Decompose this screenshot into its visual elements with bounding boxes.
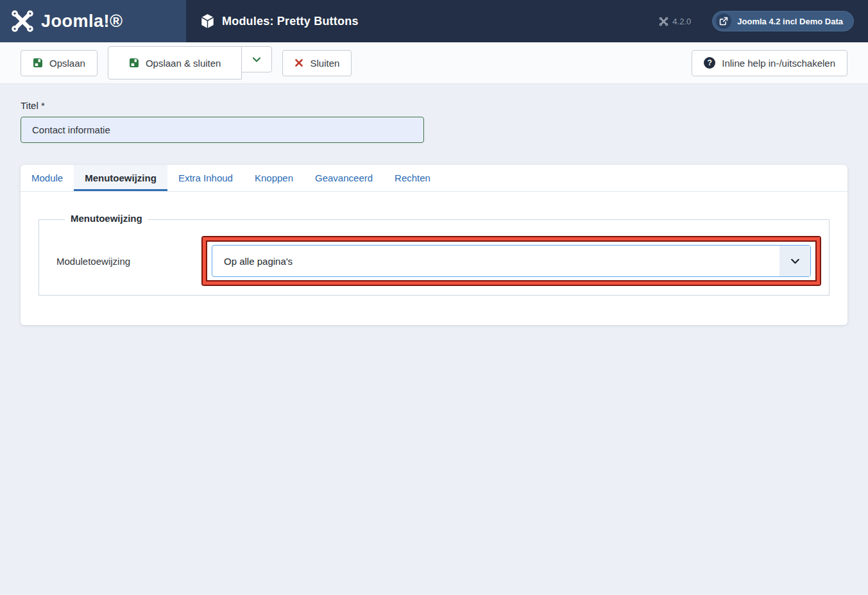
save-close-button[interactable]: Opslaan & sluiten: [108, 46, 243, 80]
tab-module[interactable]: Module: [21, 165, 74, 191]
menu-assignment-fieldset: Menutoewijzing Moduletoewijzing Op alle …: [38, 219, 830, 296]
joomla-wordmark: Joomla!®: [41, 12, 123, 31]
joomla-brand: Joomla!®: [0, 0, 186, 42]
version-indicator: 4.2.0: [659, 17, 691, 26]
save-close-button-label: Opslaan & sluiten: [146, 58, 221, 69]
tab-bar: Module Menutoewijzing Extra Inhoud Knopp…: [21, 165, 847, 192]
tab-menutoewijzing[interactable]: Menutoewijzing: [74, 165, 167, 191]
inline-help-label: Inline help in-/uitschakelen: [722, 58, 835, 69]
tab-rechten[interactable]: Rechten: [384, 165, 441, 191]
save-button-label: Opslaan: [49, 58, 85, 69]
tab-geavanceerd[interactable]: Geavanceerd: [304, 165, 384, 191]
save-options-dropdown-toggle[interactable]: [241, 46, 272, 72]
title-field-label: Titel *: [21, 100, 847, 111]
save-icon: [33, 58, 43, 68]
toolbar: Opslaan Opslaan & sluiten: [0, 42, 868, 84]
annotation-highlight-box: Op alle pagina's: [203, 237, 820, 285]
save-icon: [129, 58, 139, 68]
tab-knoppen[interactable]: Knoppen: [244, 165, 304, 191]
select-current-value: Op alle pagina's: [212, 246, 779, 276]
title-input[interactable]: [21, 117, 424, 143]
page-title: Modules: Pretty Buttons: [222, 15, 359, 28]
main-content: Titel * Module Menutoewijzing Extra Inho…: [0, 84, 868, 341]
inline-help-toggle-button[interactable]: ? Inline help in-/uitschakelen: [692, 50, 847, 76]
help-icon: ?: [704, 57, 715, 69]
title-bar: Modules: Pretty Buttons 4.: [186, 0, 868, 42]
select-chevron-down-icon[interactable]: [779, 246, 810, 276]
header: Joomla!® Modules: Pretty Buttons: [0, 0, 868, 42]
menu-assignment-panel: Menutoewijzing Moduletoewijzing Op alle …: [21, 192, 847, 325]
external-link-icon: [716, 13, 731, 29]
module-cube-icon: [200, 13, 215, 29]
save-close-button-group: Opslaan & sluiten: [108, 46, 273, 80]
save-button[interactable]: Opslaan: [21, 50, 98, 76]
close-button-label: Sluiten: [310, 58, 339, 69]
preview-site-button[interactable]: Joomla 4.2 incl Demo Data: [712, 11, 854, 31]
close-button[interactable]: Sluiten: [282, 50, 352, 76]
preview-site-label: Joomla 4.2 incl Demo Data: [737, 17, 843, 26]
module-assignment-row: Moduletoewijzing Op alle pagina's: [56, 237, 820, 285]
module-assignment-label: Moduletoewijzing: [56, 256, 203, 267]
close-x-icon: [294, 58, 303, 67]
chevron-down-icon: [251, 54, 262, 65]
fieldset-legend: Menutoewijzing: [65, 213, 148, 224]
module-assignment-select[interactable]: Op alle pagina's: [212, 245, 811, 277]
version-number: 4.2.0: [672, 17, 691, 26]
joomla-logo-icon: [10, 9, 35, 33]
tab-extra-inhoud[interactable]: Extra Inhoud: [167, 165, 244, 191]
joomla-version-icon: [659, 17, 668, 26]
module-edit-card: Module Menutoewijzing Extra Inhoud Knopp…: [21, 165, 847, 325]
